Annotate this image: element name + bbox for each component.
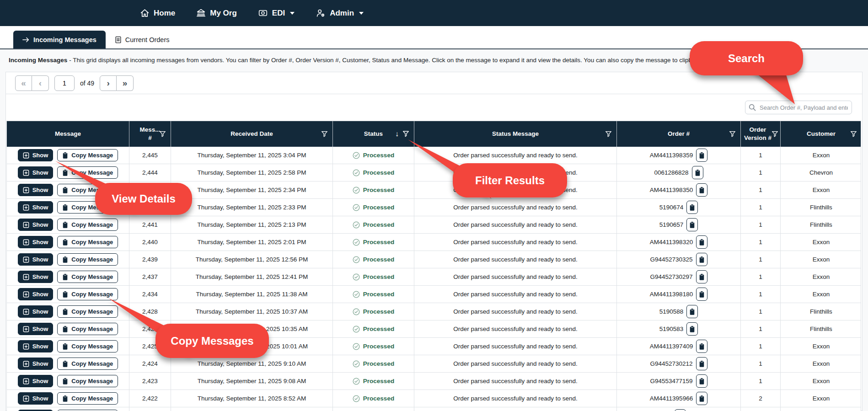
prev-page-button[interactable]: ‹ xyxy=(32,75,49,91)
show-button[interactable]: Show xyxy=(18,305,54,318)
show-button[interactable]: Show xyxy=(18,219,54,231)
copy-order-number-button[interactable] xyxy=(696,392,707,405)
last-page-button[interactable]: » xyxy=(117,75,134,91)
col-header-message[interactable]: Message xyxy=(7,121,129,147)
status-message-cell: Order parsed successfully and ready to s… xyxy=(414,303,617,320)
filter-icon[interactable] xyxy=(605,131,612,138)
filter-icon[interactable] xyxy=(850,131,857,138)
col-label: Message xyxy=(55,130,81,138)
copy-message-button[interactable]: Copy Message xyxy=(57,236,118,248)
customer-cell: Exxon xyxy=(781,251,862,268)
col-header-received-date[interactable]: Received Date xyxy=(171,121,333,147)
message-actions-cell: Show Copy Message xyxy=(7,407,129,411)
first-page-button[interactable]: « xyxy=(15,75,32,91)
copy-order-number-button[interactable] xyxy=(696,340,707,353)
copy-order-number-button[interactable] xyxy=(696,288,707,301)
filter-icon[interactable] xyxy=(772,131,778,138)
order-version-cell: 1 xyxy=(741,216,781,233)
nav-item-admin[interactable]: Admin xyxy=(316,8,364,18)
copy-order-number-button[interactable] xyxy=(696,149,707,162)
show-button-label: Show xyxy=(32,360,48,367)
order-number-cell: AM4411398320 xyxy=(617,234,741,251)
bank-icon xyxy=(196,8,206,18)
page-number-input[interactable] xyxy=(54,75,75,91)
check-circle-icon xyxy=(353,239,360,246)
order-number: 5190674 xyxy=(659,204,684,211)
copy-order-number-button[interactable] xyxy=(696,374,707,388)
chevron-down-icon xyxy=(290,12,295,15)
copy-order-number-button[interactable] xyxy=(696,235,707,249)
order-number: AM4411395966 xyxy=(650,395,693,402)
order-version-cell: 1 xyxy=(741,303,781,320)
order-number-cell: AM4411398350 xyxy=(617,181,741,198)
plus-square-icon xyxy=(23,361,29,367)
check-circle-icon xyxy=(353,395,360,402)
show-button[interactable]: Show xyxy=(18,253,54,266)
copy-message-button[interactable]: Copy Message xyxy=(57,392,118,405)
copy-order-number-button[interactable] xyxy=(675,409,686,411)
show-button[interactable]: Show xyxy=(18,358,54,370)
next-page-button[interactable]: › xyxy=(100,75,117,91)
col-header-order-number[interactable]: Order # xyxy=(617,121,741,147)
show-button[interactable]: Show xyxy=(18,236,54,248)
copy-message-button-label: Copy Message xyxy=(71,360,113,367)
copy-order-number-button[interactable] xyxy=(696,357,707,370)
nav-item-home[interactable]: Home xyxy=(140,8,175,18)
col-header-order-version[interactable]: Order Version # xyxy=(741,121,781,147)
customer-cell: Exxon xyxy=(781,147,862,164)
copy-order-number-button[interactable] xyxy=(686,218,698,231)
status-label: Processed xyxy=(363,378,394,384)
nav-item-my-org[interactable]: My Org xyxy=(196,8,237,18)
show-button[interactable]: Show xyxy=(18,288,54,300)
col-header-customer[interactable]: Customer xyxy=(781,121,862,147)
copy-message-button[interactable]: Copy Message xyxy=(57,375,118,387)
copy-order-number-button[interactable] xyxy=(696,183,707,197)
received-date-cell: Thursday, September 11, 2025 3:04 PM xyxy=(171,147,333,164)
message-number-cell: 2,423 xyxy=(129,373,171,390)
show-button-label: Show xyxy=(32,308,48,315)
plus-square-icon xyxy=(23,274,29,280)
status-label: Processed xyxy=(363,343,394,350)
order-number-cell: 5190583 xyxy=(617,320,741,337)
copy-message-button[interactable]: Copy Message xyxy=(57,253,118,266)
copy-order-number-button[interactable] xyxy=(692,166,703,179)
show-button[interactable]: Show xyxy=(18,271,54,283)
order-number: 5190583 xyxy=(659,326,684,332)
show-button-label: Show xyxy=(32,395,48,402)
customer-cell: Exxon xyxy=(781,181,862,198)
show-button[interactable]: Show xyxy=(18,340,54,352)
filter-icon[interactable] xyxy=(321,131,328,138)
copy-message-button[interactable]: Copy Message xyxy=(57,219,118,231)
status-message-cell: Order parsed successfully and ready to s… xyxy=(414,216,617,233)
status-label: Processed xyxy=(363,326,394,332)
col-header-message-number[interactable]: Mess... # xyxy=(129,121,171,147)
plus-square-icon xyxy=(23,395,29,402)
tab-incoming-messages[interactable]: Incoming Messages xyxy=(13,31,106,48)
message-actions-cell: Show Copy Message xyxy=(7,373,129,390)
copy-message-button[interactable]: Copy Message xyxy=(57,271,118,283)
message-actions-cell: Show Copy Message xyxy=(7,216,129,233)
check-circle-icon xyxy=(353,308,360,315)
check-circle-icon xyxy=(353,221,360,229)
copy-order-number-button[interactable] xyxy=(686,322,698,336)
copy-order-number-button[interactable] xyxy=(696,270,707,283)
plus-square-icon xyxy=(23,222,29,228)
nav-item-edi[interactable]: EDI xyxy=(258,8,295,18)
show-button[interactable]: Show xyxy=(18,392,54,405)
copy-order-number-button[interactable] xyxy=(686,201,698,214)
filter-icon[interactable] xyxy=(159,131,166,138)
message-actions-cell: Show Copy Message xyxy=(7,268,129,285)
show-button[interactable]: Show xyxy=(18,323,54,335)
tab-current-orders[interactable]: Current Orders xyxy=(106,31,179,48)
order-number-cell: G94452730297 xyxy=(617,268,741,285)
col-label: Received Date xyxy=(230,130,273,138)
show-button[interactable]: Show xyxy=(18,375,54,387)
copy-message-button-label: Copy Message xyxy=(71,273,113,280)
status-label: Processed xyxy=(363,291,394,298)
clipboard-icon xyxy=(62,273,68,281)
plus-square-icon xyxy=(23,326,29,332)
filter-icon[interactable] xyxy=(729,131,736,138)
copy-order-number-button[interactable] xyxy=(686,305,698,318)
order-number: 0061286828 xyxy=(654,169,688,176)
copy-order-number-button[interactable] xyxy=(696,253,707,266)
